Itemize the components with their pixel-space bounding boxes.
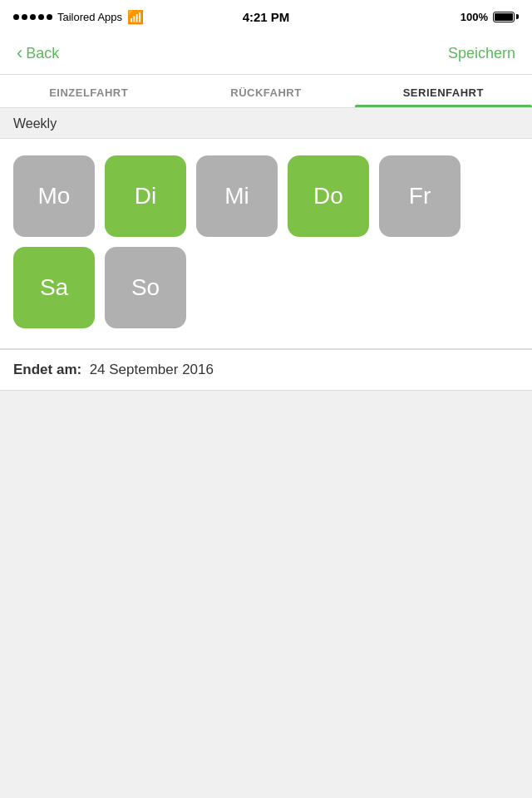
status-left: Tailored Apps 📶 [13, 9, 144, 25]
wifi-icon: 📶 [127, 9, 144, 25]
signal-dot-2 [22, 14, 27, 20]
tab-serienfahrt-label: SERIENFAHRT [403, 86, 484, 99]
day-do[interactable]: Do [288, 155, 369, 237]
tab-bar: EINZELFAHRT RÜCKFAHRT SERIENFAHRT [0, 75, 532, 108]
app-name: Tailored Apps [57, 11, 122, 23]
battery-box [493, 12, 515, 22]
status-time: 4:21 PM [243, 10, 290, 24]
back-label: Back [26, 45, 59, 62]
weekly-text: Weekly [13, 116, 57, 131]
save-button[interactable]: Speichern [448, 45, 515, 62]
day-di[interactable]: Di [105, 155, 186, 237]
status-right: 100% [461, 11, 519, 23]
tab-einzelfahrt-label: EINZELFAHRT [49, 86, 128, 99]
battery-tip [516, 14, 519, 19]
end-date-text: Endet am: 24 September 2016 [13, 362, 214, 377]
tab-ruckfahrt[interactable]: RÜCKFAHRT [177, 75, 354, 107]
signal-dot-4 [38, 14, 44, 20]
signal-dots [13, 14, 52, 20]
days-grid: Mo Di Mi Do Fr Sa So [13, 155, 519, 328]
tab-einzelfahrt[interactable]: EINZELFAHRT [0, 75, 177, 107]
battery-fill [495, 13, 513, 21]
day-mi[interactable]: Mi [196, 155, 278, 237]
weekly-label: Weekly [0, 108, 532, 139]
status-bar: Tailored Apps 📶 4:21 PM 100% [0, 0, 532, 33]
day-sa[interactable]: Sa [13, 247, 95, 328]
back-chevron-icon: ‹ [17, 44, 22, 62]
day-fr[interactable]: Fr [379, 155, 461, 237]
nav-bar: ‹ Back Speichern [0, 33, 532, 75]
signal-dot-1 [13, 14, 19, 20]
battery-percent: 100% [461, 11, 488, 23]
day-mo[interactable]: Mo [13, 155, 95, 237]
back-button[interactable]: ‹ Back [17, 45, 59, 62]
days-section: Mo Di Mi Do Fr Sa So [0, 139, 532, 349]
bottom-area [0, 391, 532, 798]
signal-dot-5 [47, 14, 52, 20]
tab-ruckfahrt-label: RÜCKFAHRT [230, 86, 301, 99]
end-date-value: 24 September 2016 [90, 362, 214, 377]
signal-dot-3 [30, 14, 36, 20]
end-date-label: Endet am: [13, 362, 81, 377]
tab-serienfahrt[interactable]: SERIENFAHRT [355, 75, 532, 107]
end-date-section: Endet am: 24 September 2016 [0, 349, 532, 391]
day-so[interactable]: So [105, 247, 186, 328]
battery-icon [493, 12, 519, 22]
